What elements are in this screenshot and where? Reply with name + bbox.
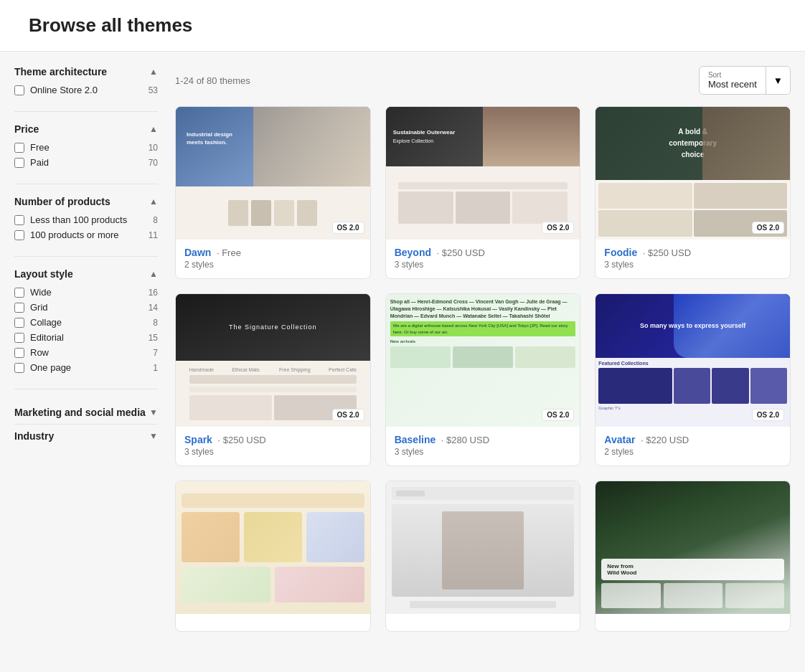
filter-count-free: 10 (149, 143, 158, 153)
checkbox-less-100[interactable] (14, 215, 24, 225)
filter-title-industry: Industry (14, 430, 54, 442)
filter-item-onepage: One page 1 (14, 362, 158, 373)
theme-image-spark[interactable]: The Signature Collection HandmadeEthical… (176, 294, 370, 427)
chevron-up-icon-architecture: ▲ (149, 67, 158, 77)
theme-info-8 (386, 614, 580, 631)
filter-label-paid: Paid (30, 157, 49, 168)
theme-info-7 (176, 614, 370, 631)
filter-count-more-100: 11 (149, 230, 158, 240)
theme-card-7 (175, 481, 371, 632)
theme-info-foodie: Foodie · $250 USD 3 styles (595, 240, 790, 278)
theme-name-dawn[interactable]: Dawn (184, 247, 211, 258)
theme-price-spark: · $250 USD (215, 435, 266, 445)
filter-header-products[interactable]: Number of products ▲ (14, 196, 158, 207)
filter-title-price: Price (14, 123, 39, 135)
filter-label-row: Row (30, 347, 49, 358)
theme-styles-beyond: 3 styles (395, 260, 572, 270)
checkbox-onepage[interactable] (14, 363, 24, 373)
themes-grid: Industrial designmeets fashion. OS 2.0 D… (175, 106, 791, 632)
themes-count: 1-24 of 80 themes (175, 75, 250, 86)
theme-card-avatar: So many ways to express yourself Feature… (595, 293, 791, 466)
checkbox-editorial[interactable] (14, 333, 24, 343)
filter-label-onepage: One page (30, 362, 71, 373)
themes-content: 1-24 of 80 themes Sort Most recent ▼ (175, 66, 791, 632)
theme-price-dawn: · Free (214, 247, 241, 258)
filter-section-industry[interactable]: Industry ▼ (14, 425, 158, 448)
filter-label-collage: Collage (30, 317, 62, 328)
theme-info-beyond: Beyond · $250 USD 3 styles (386, 240, 580, 278)
filter-header-layout[interactable]: Layout style ▲ (14, 268, 158, 280)
filter-item-more-100: 100 products or more 11 (14, 229, 158, 240)
chevron-up-icon-price: ▲ (149, 124, 158, 134)
filter-item-collage: Collage 8 (14, 317, 158, 328)
sort-dropdown[interactable]: Sort Most recent ▼ (699, 66, 791, 95)
chevron-up-icon-products: ▲ (149, 197, 158, 207)
theme-price-avatar: · $220 USD (638, 435, 689, 445)
sort-chevron-button[interactable]: ▼ (766, 67, 790, 94)
filter-section-products: Number of products ▲ Less than 100 produ… (14, 196, 158, 257)
browse-themes-header: Browse all themes (0, 0, 805, 52)
theme-styles-dawn: 2 styles (184, 260, 362, 270)
theme-image-baseline[interactable]: Shop all — Henri-Edmond Cross — Vincent … (386, 294, 580, 427)
theme-image-7[interactable] (176, 481, 370, 614)
sidebar-filters: Theme architecture ▲ Online Store 2.0 53… (14, 66, 158, 632)
filter-title-layout: Layout style (14, 268, 73, 280)
checkbox-more-100[interactable] (14, 230, 24, 240)
theme-image-avatar[interactable]: So many ways to express yourself Feature… (595, 294, 790, 427)
theme-name-foodie[interactable]: Foodie (604, 247, 637, 258)
os2-badge-foodie: OS 2.0 (752, 222, 784, 234)
filter-item-editorial: Editorial 15 (14, 332, 158, 343)
filter-section-marketing[interactable]: Marketing and social media ▼ (14, 401, 158, 425)
os2-badge-baseline: OS 2.0 (542, 409, 574, 421)
theme-price-beyond: · $250 USD (434, 247, 485, 258)
os2-badge-avatar: OS 2.0 (752, 409, 784, 421)
theme-image-dawn[interactable]: Industrial designmeets fashion. OS 2.0 (176, 107, 370, 240)
theme-name-beyond[interactable]: Beyond (395, 247, 431, 258)
theme-card-beyond: Sustainable OuterwearExplore Collection … (385, 106, 581, 279)
theme-styles-avatar: 2 styles (604, 447, 781, 457)
theme-image-9[interactable]: New from Wild Wood (595, 481, 790, 614)
theme-name-spark[interactable]: Spark (184, 434, 212, 445)
chevron-down-icon-marketing: ▼ (149, 407, 158, 417)
filter-section-layout: Layout style ▲ Wide 16 Grid 14 (14, 268, 158, 389)
filter-title-products: Number of products (14, 196, 110, 207)
filter-label-wide: Wide (30, 287, 52, 298)
filter-header-price[interactable]: Price ▲ (14, 123, 158, 135)
filter-item-less-100: Less than 100 products 8 (14, 214, 158, 225)
filter-count-less-100: 8 (153, 215, 158, 225)
filter-item-wide: Wide 16 (14, 287, 158, 298)
checkbox-free[interactable] (14, 143, 24, 153)
page-title: Browse all themes (29, 14, 776, 37)
checkbox-grid[interactable] (14, 303, 24, 313)
chevron-up-icon-layout: ▲ (149, 269, 158, 279)
filter-item-free: Free 10 (14, 142, 158, 153)
os2-badge-dawn: OS 2.0 (332, 222, 364, 234)
theme-price-foodie: · $250 USD (640, 247, 691, 258)
theme-card-dawn: Industrial designmeets fashion. OS 2.0 D… (175, 106, 371, 279)
filter-label-os2: Online Store 2.0 (30, 85, 98, 95)
theme-card-9: New from Wild Wood (595, 481, 791, 632)
theme-info-avatar: Avatar · $220 USD 2 styles (595, 427, 790, 465)
theme-name-baseline[interactable]: Baseline (395, 434, 436, 445)
theme-info-spark: Spark · $250 USD 3 styles (176, 427, 370, 465)
theme-image-8[interactable] (386, 481, 580, 614)
filter-label-more-100: 100 products or more (30, 229, 119, 240)
filter-count-onepage: 1 (153, 363, 158, 373)
content-header: 1-24 of 80 themes Sort Most recent ▼ (175, 66, 791, 95)
filter-title-marketing: Marketing and social media (14, 407, 146, 418)
checkbox-paid[interactable] (14, 158, 24, 168)
checkbox-os2[interactable] (14, 85, 24, 95)
checkbox-row[interactable] (14, 348, 24, 358)
filter-label-grid: Grid (30, 302, 48, 313)
checkbox-collage[interactable] (14, 318, 24, 328)
checkbox-wide[interactable] (14, 288, 24, 298)
theme-image-beyond[interactable]: Sustainable OuterwearExplore Collection … (386, 107, 580, 240)
filter-count-wide: 16 (149, 288, 158, 298)
filter-item-row: Row 7 (14, 347, 158, 358)
theme-styles-spark: 3 styles (184, 447, 362, 457)
theme-card-spark: The Signature Collection HandmadeEthical… (175, 293, 371, 466)
theme-image-foodie[interactable]: A bold &contemporarychoice OS 2.0 (595, 107, 790, 240)
theme-name-avatar[interactable]: Avatar (604, 434, 635, 445)
filter-section-price: Price ▲ Free 10 Paid 70 (14, 123, 158, 184)
filter-header-theme-architecture[interactable]: Theme architecture ▲ (14, 66, 158, 77)
